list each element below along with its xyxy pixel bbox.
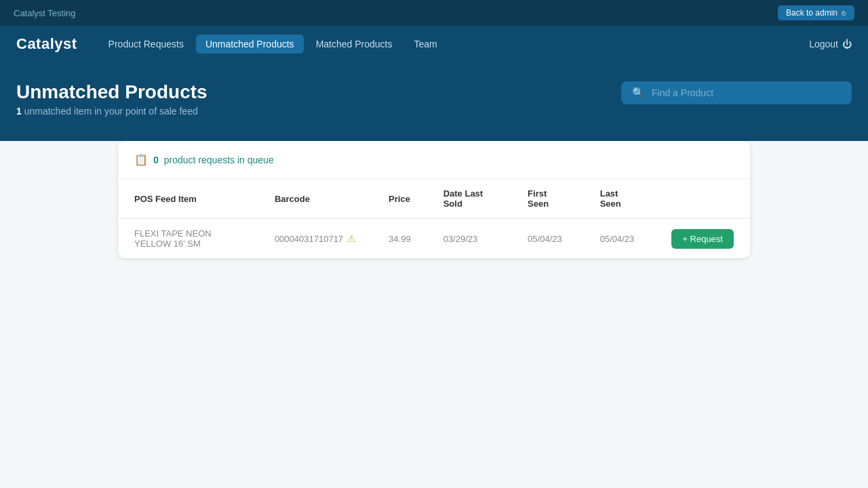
first-seen-cell: 05/04/23 [511,219,584,259]
queue-header: 📋 0 product requests in queue [118,141,750,179]
barcode-value: 00004031710717 [275,234,343,244]
search-icon: 🔍 [632,87,645,99]
table-row: FLEXI TAPE NEON YELLOW 16' SM 0000403171… [118,219,750,259]
nav-team[interactable]: Team [404,35,446,54]
last-seen-cell: 05/04/23 [584,219,656,259]
page-title: Unmatched Products [16,81,208,103]
logout-icon: ⏻ [842,39,852,49]
external-link-icon: ⎋ [842,9,846,17]
queue-icon: 📋 [134,153,148,166]
col-date-last-sold: Date Last Sold [427,179,511,219]
nav-unmatched-products[interactable]: Unmatched Products [196,35,304,54]
col-pos-feed-item: POS Feed Item [118,179,258,219]
logout-label: Logout [809,39,838,49]
queue-count: 0 [153,155,159,165]
col-last-seen: Last Seen [584,179,656,219]
nav-product-requests[interactable]: Product Requests [99,35,193,54]
barcode-cell: 00004031710717 ⚠ [258,219,372,259]
price-cell: 34.99 [372,219,427,259]
subtitle-text: unmatched item in your point of sale fee… [24,106,198,117]
request-button[interactable]: + Request [671,229,734,249]
table-header-row: POS Feed Item Barcode Price Date Last So… [118,179,750,219]
unmatched-products-table: POS Feed Item Barcode Price Date Last So… [118,179,750,258]
queue-label: product requests in queue [164,155,274,165]
search-input[interactable] [652,87,841,98]
main-content: 📋 0 product requests in queue POS Feed I… [102,141,766,285]
subtitle-count: 1 [16,106,22,117]
col-barcode: Barcode [258,179,372,219]
pos-feed-item-cell: FLEXI TAPE NEON YELLOW 16' SM [118,219,258,259]
top-bar: Catalyst Testing Back to admin ⎋ [0,0,868,26]
page-subtitle: 1 unmatched item in your point of sale f… [16,106,208,117]
date-last-sold-cell: 03/29/23 [427,219,511,259]
logo: Catalyst [16,35,77,53]
logout-button[interactable]: Logout ⏻ [809,39,852,49]
page-header-area: Unmatched Products 1 unmatched item in y… [0,62,868,141]
back-to-admin-label: Back to admin [786,8,837,18]
nav-left: Catalyst Product Requests Unmatched Prod… [16,35,447,54]
page-title-block: Unmatched Products 1 unmatched item in y… [16,81,208,117]
barcode-warning-icon: ⚠ [347,233,356,244]
search-container: 🔍 [621,81,852,104]
action-cell: + Request [655,219,750,259]
back-to-admin-button[interactable]: Back to admin ⎋ [778,5,854,20]
nav-matched-products[interactable]: Matched Products [307,35,402,54]
unmatched-products-card: 📋 0 product requests in queue POS Feed I… [118,141,750,258]
col-first-seen: First Seen [511,179,584,219]
col-price: Price [372,179,427,219]
nav-links: Product Requests Unmatched Products Matc… [99,35,447,54]
nav-right: Logout ⏻ [809,39,852,49]
col-action [655,179,750,219]
nav-bar: Catalyst Product Requests Unmatched Prod… [0,26,868,62]
top-bar-title: Catalyst Testing [14,8,76,18]
